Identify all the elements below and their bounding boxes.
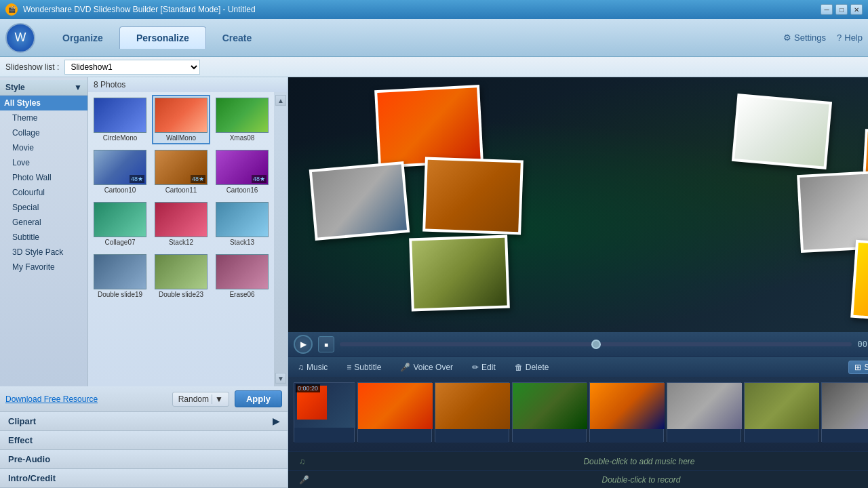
- settings-button[interactable]: ⚙ Settings: [783, 33, 826, 43]
- random-label: Random: [178, 394, 209, 404]
- style-name-collage07: Collage07: [104, 239, 135, 246]
- style-tree-item-favorite[interactable]: My Favorite: [0, 260, 87, 274]
- scroll-down-arrow[interactable]: ▼: [275, 373, 286, 384]
- maximize-button[interactable]: □: [835, 4, 848, 15]
- style-item-cartoon10[interactable]: 48★ Cartoon10: [91, 147, 149, 197]
- style-tree-item-movie[interactable]: Movie: [0, 140, 87, 155]
- tab-organize[interactable]: Organize: [46, 27, 119, 49]
- style-thumb-double23: [155, 254, 208, 289]
- style-tree-item-allstyles[interactable]: All Styles: [0, 96, 87, 110]
- main-content: Style ▼ All Styles Theme Collage Movie L…: [0, 77, 868, 488]
- style-item-xmas08[interactable]: Xmas08: [213, 95, 271, 144]
- style-thumb-double19: [94, 254, 146, 289]
- story-item-1[interactable]: [357, 382, 432, 442]
- random-dropdown-arrow[interactable]: ▼: [212, 394, 223, 404]
- story-item-4[interactable]: [589, 382, 664, 442]
- story-item-0[interactable]: 0:00:20: [294, 382, 355, 442]
- help-button[interactable]: ? Help: [837, 33, 863, 43]
- style-grid-scroll[interactable]: CircleMono WallMono Xmas08: [88, 92, 274, 386]
- style-thumb-collage07: [94, 202, 146, 237]
- slideshow-bar-label: Slideshow list :: [5, 62, 59, 72]
- style-tree-item-general[interactable]: General: [0, 215, 87, 230]
- voice-row: 🎤 Double-click to record: [288, 470, 868, 488]
- style-dropdown-icon[interactable]: ▼: [74, 83, 82, 92]
- title-bar-controls: ─ □ ✕: [821, 4, 863, 15]
- stop-button[interactable]: ■: [318, 336, 334, 352]
- tab-create[interactable]: Create: [206, 27, 269, 49]
- nav-right: ⚙ Settings ? Help: [783, 33, 863, 43]
- minimize-button[interactable]: ─: [821, 4, 833, 15]
- style-item-wallmono[interactable]: WallMono: [152, 95, 210, 144]
- style-name-stack13: Stack13: [230, 239, 254, 246]
- voice-placeholder[interactable]: Double-click to record: [315, 475, 868, 485]
- style-thumb-erase06: [216, 254, 269, 289]
- style-item-double19[interactable]: Double slide19: [91, 251, 149, 301]
- subtitle-label: Subtitle: [354, 363, 381, 372]
- edit-button[interactable]: ✏ Edit: [468, 361, 500, 373]
- story-thumb-7: [822, 383, 868, 429]
- preaudio-label: Pre-Audio: [8, 454, 50, 464]
- style-item-erase06[interactable]: Erase06: [213, 251, 271, 301]
- style-tree-item-theme[interactable]: Theme: [0, 110, 87, 125]
- delete-button[interactable]: 🗑 Delete: [511, 361, 553, 373]
- music-button[interactable]: ♫ Music: [294, 361, 332, 373]
- slideshow-select[interactable]: Slideshow1: [64, 60, 200, 75]
- style-tree-item-photowall[interactable]: Photo Wall: [0, 170, 87, 185]
- music-placeholder[interactable]: Double-click to add music here: [311, 457, 868, 466]
- photo-desert: [425, 160, 520, 232]
- style-item-cartoon11[interactable]: 48★ Cartoon11: [152, 147, 210, 197]
- subtitle-button[interactable]: ≡ Subtitle: [342, 361, 385, 373]
- voiceover-label: Voice Over: [413, 363, 453, 372]
- seek-handle[interactable]: [591, 340, 601, 349]
- style-tree-item-colourful[interactable]: Colourful: [0, 185, 87, 200]
- random-button[interactable]: Random ▼: [172, 392, 229, 407]
- voiceover-icon: 🎤: [400, 363, 410, 372]
- left-panel: Style ▼ All Styles Theme Collage Movie L…: [0, 77, 288, 488]
- story-item-5[interactable]: [667, 382, 741, 442]
- story-thumb-6: [745, 383, 819, 429]
- style-name-stack12: Stack12: [169, 239, 193, 246]
- story-item-7[interactable]: [821, 382, 868, 442]
- sidebar-item-introcredit[interactable]: Intro/Credit: [0, 469, 288, 488]
- download-link[interactable]: Download Free Resource: [5, 394, 98, 404]
- style-tree-item-collage[interactable]: Collage: [0, 125, 87, 140]
- style-tree-item-love[interactable]: Love: [0, 155, 87, 170]
- close-button[interactable]: ✕: [850, 4, 863, 15]
- story-item-2[interactable]: [435, 382, 509, 442]
- photo-flower2: [734, 96, 829, 166]
- style-tree-item-3dstyle[interactable]: 3D Style Pack: [0, 245, 87, 260]
- style-name-circlemono: CircleMono: [103, 134, 138, 142]
- voiceover-button[interactable]: 🎤 Voice Over: [396, 361, 457, 373]
- sidebar-item-preaudio[interactable]: Pre-Audio: [0, 450, 288, 469]
- storyboard-view-button[interactable]: ⊞ Storyboard: [848, 361, 868, 374]
- sidebar-item-effect[interactable]: Effect: [0, 431, 288, 450]
- delete-icon: 🗑: [515, 363, 523, 372]
- style-item-collage07[interactable]: Collage07: [91, 199, 149, 249]
- tab-personalize[interactable]: Personalize: [119, 26, 206, 49]
- play-button[interactable]: ▶: [294, 335, 313, 354]
- style-tree-item-subtitle[interactable]: Subtitle: [0, 230, 87, 245]
- story-item-6[interactable]: [744, 382, 818, 442]
- style-item-cartoon16[interactable]: 48★ Cartoon16: [213, 147, 271, 197]
- story-duration: 0:00:20: [296, 384, 320, 392]
- story-item-3[interactable]: [512, 382, 587, 442]
- settings-label: Settings: [794, 33, 826, 43]
- style-tree-header: Style ▼: [0, 80, 87, 96]
- seek-bar[interactable]: [340, 342, 852, 346]
- style-item-double23[interactable]: Double slide23: [152, 251, 210, 301]
- sidebar-item-clipart[interactable]: Clipart ▶: [0, 412, 288, 431]
- scroll-up-arrow[interactable]: ▲: [275, 95, 286, 106]
- style-item-stack12[interactable]: Stack12: [152, 199, 210, 249]
- photo-card-castle: [409, 235, 510, 312]
- photo-tulips: [853, 243, 868, 322]
- style-name-wallmono: WallMono: [166, 134, 196, 142]
- photo-card-desert: [422, 157, 524, 235]
- style-item-circlemono[interactable]: CircleMono: [91, 95, 149, 144]
- style-item-stack13[interactable]: Stack13: [213, 199, 271, 249]
- nav-bar: W Organize Personalize Create ⚙ Settings…: [0, 19, 868, 57]
- music-note-icon: ♫: [299, 457, 305, 466]
- style-tree-item-special[interactable]: Special: [0, 200, 87, 215]
- subtitle-icon: ≡: [347, 363, 351, 372]
- apply-button[interactable]: Apply: [235, 390, 282, 407]
- style-name-erase06: Erase06: [229, 291, 254, 298]
